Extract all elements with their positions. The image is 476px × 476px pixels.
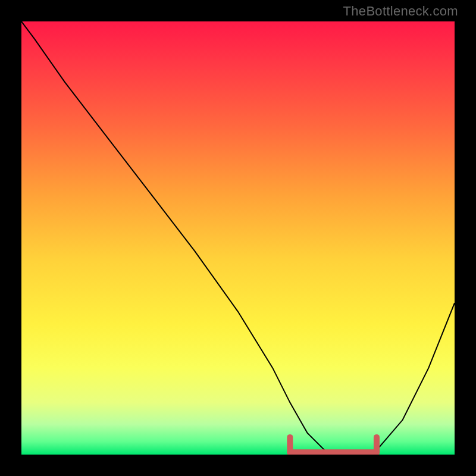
- curve-layer: [21, 21, 455, 455]
- bottleneck-curve: [21, 21, 455, 455]
- chart-frame: TheBottleneck.com: [0, 0, 476, 476]
- optimal-range-marker: [290, 437, 377, 452]
- plot-area: [21, 21, 455, 455]
- watermark-text: TheBottleneck.com: [343, 4, 458, 19]
